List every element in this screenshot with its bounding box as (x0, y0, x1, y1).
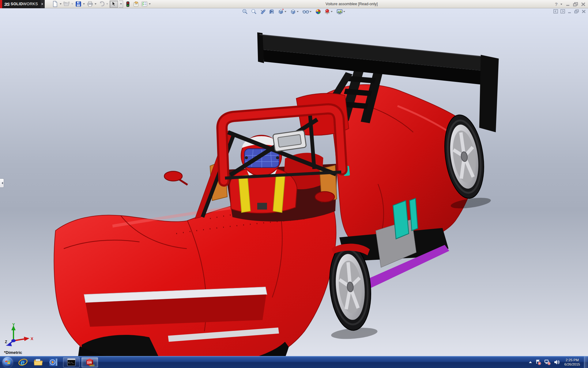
restore-button[interactable] (573, 2, 578, 6)
graphics-viewport[interactable]: Y X Z *Dimetric (0, 8, 588, 356)
internet-explorer-icon: e (18, 358, 28, 367)
save-dropdown[interactable] (83, 3, 85, 6)
window-title: Voiture assomblee [Read-only] (326, 2, 378, 6)
show-desktop-button[interactable] (584, 356, 588, 368)
start-button[interactable] (2, 357, 13, 367)
media-player-button[interactable] (48, 357, 59, 367)
help-button[interactable]: ? (555, 2, 558, 7)
car-model-voiture-assomblee (0, 8, 588, 356)
brand-light: WORKS (23, 2, 38, 6)
file-properties-icon (133, 1, 139, 7)
triad-y-label: Y (12, 323, 15, 327)
rebuild-button[interactable] (124, 0, 131, 8)
system-tray: 2:25 PM 6/26/2015 (528, 356, 588, 368)
open-dropdown[interactable] (71, 3, 73, 6)
brand-bold: SOLID (11, 2, 23, 6)
command-prompt-icon: C:\_ (67, 358, 76, 366)
new-document-icon (52, 1, 58, 7)
undo-dropdown[interactable] (106, 3, 108, 6)
save-button[interactable] (75, 0, 82, 8)
expand-arrow-icon (42, 3, 44, 5)
options-button[interactable] (141, 0, 148, 8)
triad-x-label: X (31, 336, 33, 341)
new-dropdown[interactable] (60, 3, 62, 6)
close-button[interactable] (581, 2, 586, 6)
open-icon (63, 1, 70, 7)
save-icon (76, 1, 81, 7)
options-dropdown[interactable] (149, 3, 151, 6)
clock-time: 2:25 PM (564, 358, 580, 362)
triad-z-label: Z (5, 340, 7, 344)
open-button[interactable] (63, 0, 70, 8)
solidworks-logo-mark: ЗS (4, 2, 9, 7)
folder-icon (33, 358, 43, 366)
window-edge-accent (0, 0, 2, 8)
windows-taskbar: e C:\_ SW 2015 (0, 356, 588, 368)
options-checklist-icon (141, 1, 147, 7)
action-center-icon[interactable] (535, 359, 541, 365)
select-tool-button[interactable] (110, 1, 118, 8)
select-cursor-icon (112, 2, 116, 6)
left-mirror (164, 171, 182, 181)
view-orientation-label: *Dimetric (4, 350, 22, 355)
network-disconnected-icon[interactable] (544, 359, 551, 365)
menu-expand-button[interactable] (40, 0, 45, 8)
svg-text:C:\_: C:\_ (68, 361, 74, 364)
hidden-icons-button[interactable] (528, 361, 533, 364)
svg-text:2015: 2015 (89, 364, 94, 366)
window-controls: ? (555, 0, 586, 8)
standard-toolbar (51, 0, 151, 8)
solidworks-2015-button[interactable]: SW 2015 (81, 357, 98, 367)
svg-text:e: e (21, 358, 24, 366)
select-tool-dropdown[interactable] (119, 1, 123, 8)
windows-flag-icon (5, 359, 11, 365)
taskbar-clock[interactable]: 2:25 PM 6/26/2015 (564, 358, 580, 366)
command-prompt-button[interactable]: C:\_ (63, 357, 80, 367)
solidworks-logo: ЗS SOLIDWORKS (2, 0, 40, 8)
print-dropdown[interactable] (95, 3, 96, 6)
print-button[interactable] (86, 0, 94, 8)
windows-explorer-button[interactable] (32, 357, 44, 367)
undo-icon (99, 1, 105, 7)
print-icon (87, 1, 93, 7)
internet-explorer-button[interactable]: e (17, 357, 29, 367)
minimize-button[interactable] (566, 2, 570, 6)
right-mirror (315, 192, 335, 202)
onboard-camera-box (273, 130, 307, 151)
rebuild-stoplight-icon (126, 1, 130, 7)
title-bar: ЗS SOLIDWORKS Voiture (0, 0, 588, 8)
clock-date: 6/26/2015 (564, 362, 580, 366)
solidworks-2015-icon: SW 2015 (85, 358, 94, 366)
volume-icon[interactable] (554, 359, 560, 365)
file-properties-button[interactable] (132, 0, 140, 8)
select-dropdown-arrow (120, 3, 122, 6)
help-dropdown[interactable] (560, 4, 562, 6)
reference-triad: Y X Z (4, 323, 35, 347)
media-player-icon (49, 358, 58, 367)
new-document-button[interactable] (51, 0, 59, 8)
undo-button[interactable] (98, 0, 105, 8)
